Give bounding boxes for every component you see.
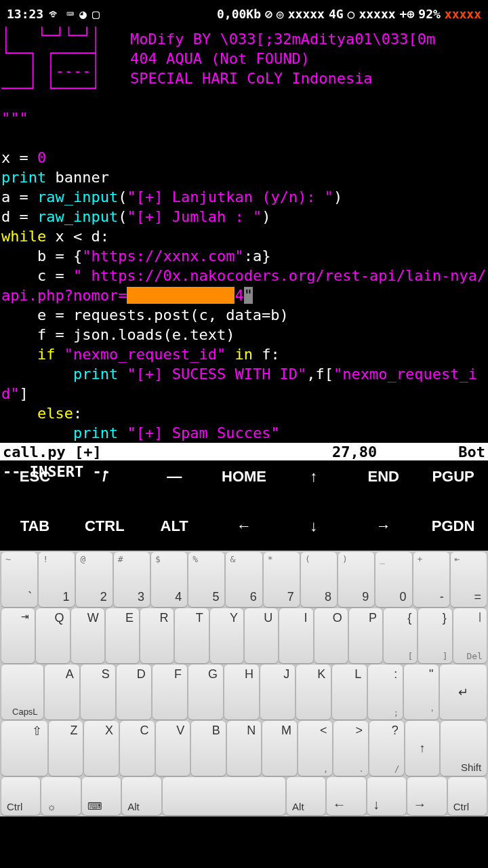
key-Y[interactable]: Y	[210, 608, 243, 663]
key-bottom-4[interactable]	[163, 777, 286, 815]
key-E[interactable]: E	[106, 608, 139, 663]
alt-key[interactable]: ALT	[140, 501, 209, 551]
soft-keyboard: ~`!1@2#3$4%5&6*7(8)9_0+-⇤= ⇥QWERTYUIOP{[…	[0, 551, 488, 816]
banner-text: MoDify BY \033[;32mAditya01\033[0m 404 A…	[130, 27, 487, 108]
ascii-art: │ └─┘└─┘│ └──┐ ┌────┤ │ │----│ ───┘ └───…	[1, 27, 130, 108]
key-{[interactable]: {[	[384, 608, 417, 663]
key-V[interactable]: V	[156, 721, 190, 776]
app-icon: ▢	[92, 7, 100, 21]
key-⇥[interactable]: ⇥	[1, 608, 35, 663]
key-bottom-2[interactable]: ⌨	[82, 777, 121, 815]
key-A[interactable]: A	[45, 665, 79, 719]
key--[interactable]: +-	[413, 552, 449, 607]
battery-pct: 92%	[418, 7, 441, 21]
key-4[interactable]: $4	[151, 552, 187, 607]
key-J[interactable]: J	[260, 665, 295, 719]
key-}[interactable]: }]	[418, 608, 451, 663]
zxcv-row: ⇧ZXCVBNM<,>.?/↑Shift	[0, 721, 488, 777]
key-2[interactable]: @2	[76, 552, 112, 607]
key-W[interactable]: W	[71, 608, 104, 663]
key-L[interactable]: L	[332, 665, 367, 719]
vim-statusline: call.py [+] 27,80 Bot	[0, 443, 488, 460]
key-M[interactable]: M	[262, 721, 297, 776]
asdf-row: CapsLASDFGHJKL:;"'↵	[0, 665, 488, 721]
ctrl-key[interactable]: CTRL	[70, 501, 140, 551]
x-text: xxxxx	[288, 7, 325, 21]
key-bottom-8[interactable]: →	[407, 777, 446, 815]
time: 13:23	[7, 7, 43, 21]
key-N[interactable]: N	[227, 721, 262, 776]
key-T[interactable]: T	[175, 608, 208, 663]
key-⇧[interactable]: ⇧	[1, 721, 47, 776]
x-text: xxxxx	[445, 7, 481, 21]
key-|[interactable]: |Del	[453, 608, 487, 663]
key-I[interactable]: I	[279, 608, 312, 663]
key-R[interactable]: R	[140, 608, 174, 663]
extra-row-2: TAB CTRL ALT ← ↓ → PGDN	[0, 501, 488, 551]
key-S[interactable]: S	[81, 665, 115, 719]
network: 4G	[329, 7, 344, 21]
status-bar: 13:23 ᯤ ⌨ ◕ ▢ 0,00Kb ⊘ ◎ xxxxx 4G ○ xxxx…	[0, 0, 488, 27]
redacted-number: 002123993804	[127, 287, 235, 304]
key-CapsL[interactable]: CapsL	[1, 665, 43, 719]
key-Z[interactable]: Z	[49, 721, 83, 776]
terminal[interactable]: │ └─┘└─┘│ └──┐ ┌────┤ │ │----│ ───┘ └───…	[0, 27, 488, 452]
key-F[interactable]: F	[152, 665, 187, 719]
key-D[interactable]: D	[117, 665, 151, 719]
target-icon: ◎	[277, 7, 284, 21]
key-bottom-1[interactable]: ☼	[41, 777, 80, 815]
key->[interactable]: >.	[333, 721, 368, 776]
key-Q[interactable]: Q	[36, 608, 69, 663]
key-=[interactable]: ⇤=	[451, 552, 487, 607]
right-key[interactable]: →	[348, 501, 418, 551]
up-arrow-key[interactable]: ↑	[405, 721, 440, 776]
data-usage: 0,00Kb	[217, 7, 261, 21]
shift-key[interactable]: Shift	[441, 721, 487, 776]
filename: call.py [+]	[3, 442, 102, 462]
key-X[interactable]: X	[84, 721, 119, 776]
key-bottom-7[interactable]: ↓	[367, 777, 406, 815]
number-row: ~`!1@2#3$4%5&6*7(8)9_0+-⇤=	[0, 552, 488, 608]
key-P[interactable]: P	[349, 608, 382, 663]
key-G[interactable]: G	[188, 665, 223, 719]
pgdn-key[interactable]: PGDN	[418, 501, 488, 551]
key-5[interactable]: %5	[188, 552, 224, 607]
key-U[interactable]: U	[245, 608, 278, 663]
key-0[interactable]: _0	[375, 552, 411, 607]
key-6[interactable]: &6	[226, 552, 262, 607]
key-`[interactable]: ~`	[1, 552, 37, 607]
key-8[interactable]: (8	[301, 552, 337, 607]
key-C[interactable]: C	[120, 721, 155, 776]
vim-mode: -- INSERT --	[0, 460, 488, 483]
enter-key[interactable]: ↵	[440, 665, 487, 719]
key-bottom-5[interactable]: Alt	[287, 777, 325, 815]
key-9[interactable]: )9	[338, 552, 374, 607]
key-O[interactable]: O	[314, 608, 348, 663]
key-1[interactable]: !1	[39, 552, 75, 607]
keyboard-icon: ⌨	[66, 7, 74, 21]
bottom-row: Ctrl☼⌨AltAlt←↓→Ctrl	[0, 777, 488, 816]
key-H[interactable]: H	[224, 665, 259, 719]
key-bottom-0[interactable]: Ctrl	[1, 777, 40, 815]
key-7[interactable]: *7	[264, 552, 300, 607]
key-<[interactable]: <,	[298, 721, 333, 776]
file-location: Bot	[458, 442, 485, 462]
code-area: """ x = 0 print banner a = raw_input("[+…	[0, 108, 488, 443]
circle-icon: ○	[348, 7, 355, 21]
whatsapp-icon: ◕	[79, 7, 87, 21]
key-:[interactable]: :;	[368, 665, 403, 719]
x-text: xxxxx	[359, 7, 395, 21]
plus-icon: +⊕	[400, 7, 415, 21]
key-bottom-6[interactable]: ←	[327, 777, 365, 815]
key-bottom-3[interactable]: Alt	[122, 777, 161, 815]
key-?[interactable]: ?/	[369, 721, 404, 776]
tab-key[interactable]: TAB	[0, 501, 70, 551]
key-3[interactable]: #3	[114, 552, 150, 607]
down-key[interactable]: ↓	[279, 501, 348, 551]
key-"[interactable]: "'	[404, 665, 439, 719]
key-K[interactable]: K	[296, 665, 331, 719]
left-key[interactable]: ←	[209, 501, 279, 551]
key-bottom-9[interactable]: Ctrl	[448, 777, 487, 815]
key-B[interactable]: B	[191, 721, 226, 776]
nosignal-icon: ⊘	[265, 7, 272, 21]
